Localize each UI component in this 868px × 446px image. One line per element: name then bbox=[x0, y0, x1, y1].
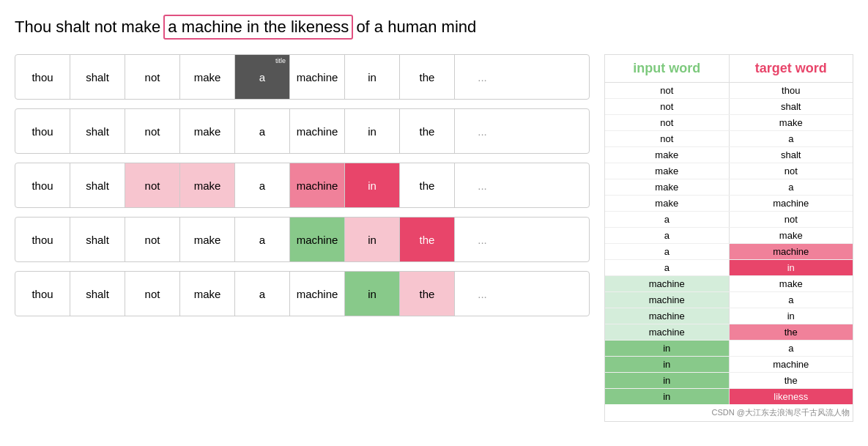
table-row: ina bbox=[605, 341, 853, 357]
word-cell-r4-c8: the bbox=[400, 218, 455, 261]
table-row: makeshalt bbox=[605, 147, 853, 163]
table-row: machinethe bbox=[605, 324, 853, 341]
watermark: CSDN @大江东去浪淘尽千古风流人物 bbox=[605, 404, 853, 421]
word-cell-r5-c4: make bbox=[180, 272, 235, 316]
word-cell-r3-c2: shalt bbox=[70, 163, 125, 207]
left-panel: thoushaltnotmakeatitlemachineinthe...tho… bbox=[15, 54, 590, 422]
table-target-11: in bbox=[730, 260, 853, 275]
table-target-16: a bbox=[730, 341, 853, 356]
word-cell-r3-c4: make bbox=[180, 163, 235, 207]
table-input-15: machine bbox=[605, 324, 730, 340]
word-cell-r4-c5: a bbox=[235, 218, 290, 261]
table-row: machinemake bbox=[605, 276, 853, 292]
table-input-0: not bbox=[605, 83, 730, 98]
word-cell-r5-c6: machine bbox=[290, 272, 345, 316]
word-cell-r2-c9: ... bbox=[455, 109, 510, 153]
title-text: Thou shalt not make bbox=[15, 18, 160, 37]
word-cell-r2-c5: a bbox=[235, 109, 290, 153]
title-highlight: a machine in the likeness bbox=[163, 15, 353, 40]
table-row: notmake bbox=[605, 115, 853, 131]
table-target-3: a bbox=[730, 131, 853, 146]
word-cell-r3-c3: not bbox=[125, 163, 180, 207]
table-input-18: in bbox=[605, 373, 730, 388]
title-text-end: of a human mind bbox=[356, 18, 476, 37]
word-cell-r1-c7: in bbox=[345, 55, 400, 99]
word-cell-r1-c9: ... bbox=[455, 55, 510, 99]
table-row: amake bbox=[605, 228, 853, 244]
word-row-5: thoushaltnotmakeamachineinthe... bbox=[15, 271, 590, 316]
word-cell-r4-c9: ... bbox=[455, 218, 510, 261]
table-input-4: make bbox=[605, 147, 730, 163]
word-cell-r2-c6: machine bbox=[290, 109, 345, 153]
word-cell-r1-c8: the bbox=[400, 55, 455, 99]
table-input-10: a bbox=[605, 244, 730, 259]
word-cell-r5-c1: thou bbox=[15, 272, 70, 316]
word-row-4: thoushaltnotmakeamachineinthe... bbox=[15, 217, 590, 262]
word-cell-r3-c5: a bbox=[235, 163, 290, 207]
table-input-17: in bbox=[605, 357, 730, 372]
table-input-7: make bbox=[605, 196, 730, 211]
table-input-5: make bbox=[605, 163, 730, 179]
table-row: nota bbox=[605, 131, 853, 147]
word-cell-r3-c8: the bbox=[400, 163, 455, 207]
word-cell-r1-c6: machine bbox=[290, 55, 345, 99]
word-cell-r3-c9: ... bbox=[455, 163, 510, 207]
word-cell-r1-c1: thou bbox=[15, 55, 70, 99]
table-row: notshalt bbox=[605, 99, 853, 115]
word-cell-r5-c5: a bbox=[235, 272, 290, 316]
word-cell-r1-c3: not bbox=[125, 55, 180, 99]
table-input-6: make bbox=[605, 179, 730, 195]
table-body: notthounotshaltnotmakenotamakeshaltmaken… bbox=[605, 83, 853, 404]
right-panel: input word target word notthounotshaltno… bbox=[604, 54, 853, 422]
word-cell-r4-c2: shalt bbox=[70, 218, 125, 261]
table-input-9: a bbox=[605, 228, 730, 243]
table-target-13: a bbox=[730, 292, 853, 308]
word-cell-r2-c2: shalt bbox=[70, 109, 125, 153]
table-row: machinea bbox=[605, 292, 853, 308]
table-input-16: in bbox=[605, 341, 730, 356]
table-row: anot bbox=[605, 212, 853, 228]
word-cell-r5-c8: the bbox=[400, 272, 455, 316]
table-input-13: machine bbox=[605, 292, 730, 308]
table-target-14: in bbox=[730, 308, 853, 324]
table-row: ain bbox=[605, 260, 853, 276]
word-cell-r4-c7: in bbox=[345, 218, 400, 261]
word-cell-r3-c1: thou bbox=[15, 163, 70, 207]
table-input-3: not bbox=[605, 131, 730, 146]
table-target-0: thou bbox=[730, 83, 853, 98]
word-cell-r3-c7: in bbox=[345, 163, 400, 207]
table-target-12: make bbox=[730, 276, 853, 291]
table-row: amachine bbox=[605, 244, 853, 260]
table-target-2: make bbox=[730, 115, 853, 130]
table-header: input word target word bbox=[605, 55, 853, 83]
word-cell-r4-c1: thou bbox=[15, 218, 70, 261]
word-cell-r2-c1: thou bbox=[15, 109, 70, 153]
word-cell-r5-c7: in bbox=[345, 272, 400, 316]
table-input-1: not bbox=[605, 99, 730, 114]
table-row: makenot bbox=[605, 163, 853, 179]
word-cell-r5-c3: not bbox=[125, 272, 180, 316]
table-target-17: machine bbox=[730, 357, 853, 372]
word-row-3: thoushaltnotmakeamachineinthe... bbox=[15, 163, 590, 208]
table-target-9: make bbox=[730, 228, 853, 243]
table-row: inthe bbox=[605, 373, 853, 389]
word-cell-r2-c7: in bbox=[345, 109, 400, 153]
table-row: makea bbox=[605, 179, 853, 196]
table-input-2: not bbox=[605, 115, 730, 130]
word-cell-r1-c5: atitle bbox=[235, 55, 290, 99]
table-target-7: machine bbox=[730, 196, 853, 211]
word-cell-r4-c4: make bbox=[180, 218, 235, 261]
table-row: inlikeness bbox=[605, 389, 853, 404]
word-cell-r2-c4: make bbox=[180, 109, 235, 153]
word-cell-r4-c6: machine bbox=[290, 218, 345, 261]
table-row: inmachine bbox=[605, 357, 853, 373]
word-row-2: thoushaltnotmakeamachineinthe... bbox=[15, 108, 590, 154]
word-cell-r2-c3: not bbox=[125, 109, 180, 153]
title-sentence: Thou shalt not make a machine in the lik… bbox=[15, 15, 853, 40]
table-target-10: machine bbox=[730, 244, 853, 259]
table-input-19: in bbox=[605, 389, 730, 404]
table-target-5: not bbox=[730, 163, 853, 179]
table-target-1: shalt bbox=[730, 99, 853, 114]
table-row: makemachine bbox=[605, 196, 853, 212]
table-target-6: a bbox=[730, 179, 853, 195]
